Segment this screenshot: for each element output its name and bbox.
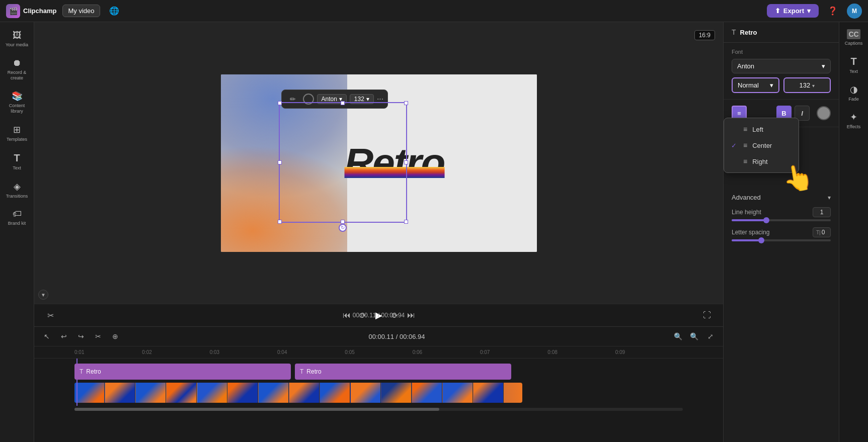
text-format-icon: T: [732, 28, 736, 36]
sidebar-item-text[interactable]: T Text: [2, 148, 32, 175]
timeline-time: 00:00.11 / 00:06.94: [368, 333, 425, 340]
text-clip-retro1[interactable]: T Retro: [74, 364, 291, 380]
font-style-value: Normal: [738, 81, 759, 89]
export-button[interactable]: ⬆ Export ▾: [767, 4, 819, 18]
canvas-container: Retro ✏ Anton ▾ 132: [221, 74, 537, 252]
right-panel-header: T Retro: [724, 22, 839, 43]
sidebar-item-content-library[interactable]: 📚 Content library: [2, 86, 32, 118]
time-mark-4: 0:05: [345, 349, 412, 355]
captions-button[interactable]: CC Captions: [841, 26, 866, 49]
advanced-section: Advanced ▾ Line height 1 Letter spacing: [724, 188, 839, 253]
size-chevron: ▾: [366, 96, 369, 103]
fullscreen-button[interactable]: ⛶: [699, 307, 715, 323]
fade-button[interactable]: ◑ Fade: [841, 81, 866, 105]
sidebar-item-brand-kit[interactable]: 🏷 Brand kit: [2, 205, 32, 230]
timeline-copy[interactable]: ⊕: [109, 330, 122, 343]
templates-icon: ⊞: [13, 124, 21, 135]
font-selector-toolbar[interactable]: Anton ▾: [317, 94, 347, 104]
scrollbar-thumb[interactable]: [74, 408, 439, 411]
video-thumb-10: [351, 383, 381, 403]
video-thumb-14: [474, 383, 504, 403]
sidebar-item-transitions[interactable]: ◈ Transitions: [2, 177, 32, 203]
skip-forward-button[interactable]: ⏭: [403, 307, 419, 323]
video-canvas[interactable]: Retro ✏ Anton ▾ 132: [221, 74, 537, 252]
timeline-scrollbar[interactable]: [74, 408, 683, 411]
time-separator: /: [378, 312, 379, 319]
zoom-controls: 🔍 🔍 ⤢: [672, 330, 717, 343]
canvas-area: 16:9 Retro: [34, 22, 723, 442]
sidebar-label-templates: Templates: [7, 137, 27, 142]
app-logo-icon: 🎬: [6, 4, 20, 18]
timeline: ↖ ↩ ↪ ✂ ⊕ 00:00.11 / 00:06.94 🔍 🔍 ⤢ 0:: [34, 326, 723, 442]
edit-text-button[interactable]: ✏: [286, 92, 300, 106]
retro-text-container: Retro: [344, 143, 444, 183]
clip-text-icon2: T: [300, 368, 303, 375]
sidebar-item-record-create[interactable]: ⏺ Record & create: [2, 54, 32, 85]
skip-back-button[interactable]: ⏮: [339, 307, 355, 323]
font-style-dropdown[interactable]: Normal ▾: [732, 77, 779, 93]
captions-label: Captions: [845, 41, 863, 46]
current-time: 00:00.11: [353, 312, 376, 319]
line-height-slider-track[interactable]: [732, 219, 831, 221]
main-area: 🖼 Your media ⏺ Record & create 📚 Content…: [0, 22, 868, 442]
timeline-pointer-tool[interactable]: ↖: [40, 330, 53, 343]
font-dropdown[interactable]: Anton ▾: [732, 59, 831, 73]
retro-text-wrapper: Retro: [344, 143, 444, 183]
time-mark-5: 0:06: [413, 349, 480, 355]
font-size-input[interactable]: 132 ▾: [783, 77, 831, 93]
record-create-icon: ⏺: [13, 58, 22, 68]
transport-bar: ⏮ ⟳ ▶ ⟳ ⏭ 00:00.11 / 00:06.94 ⛶ ✂: [34, 304, 723, 326]
font-chevron: ▾: [339, 96, 342, 103]
video-thumb-5: [197, 383, 227, 403]
text-color-picker[interactable]: [303, 94, 314, 105]
video-thumb-11: [381, 383, 412, 403]
left-label: Left: [752, 126, 763, 133]
left-sidebar: 🖼 Your media ⏺ Record & create 📚 Content…: [0, 22, 34, 442]
sidebar-item-templates[interactable]: ⊞ Templates: [2, 120, 32, 146]
clip-button[interactable]: ✂: [42, 307, 58, 323]
retro-stripe: [344, 167, 444, 178]
video-title[interactable]: My video: [62, 5, 100, 17]
font-style-row: Normal ▾ 132 ▾: [732, 77, 831, 93]
text-toolbar: ✏ Anton ▾ 132 ▾ ···: [281, 90, 388, 109]
font-size-toolbar[interactable]: 132 ▾: [350, 94, 374, 104]
timeline-cut[interactable]: ✂: [92, 330, 105, 343]
collapse-button[interactable]: ▼: [38, 290, 48, 300]
video-track-clip[interactable]: [74, 383, 522, 403]
time-mark-7: 0:08: [547, 349, 615, 355]
video-thumb-8: [289, 383, 320, 403]
letter-spacing-slider-fill: [732, 239, 761, 241]
timeline-redo[interactable]: ↪: [74, 330, 88, 343]
sidebar-item-your-media[interactable]: 🖼 Your media: [2, 26, 32, 52]
more-options-button[interactable]: ···: [377, 95, 383, 104]
zoom-out-button[interactable]: 🔍: [672, 330, 685, 343]
align-option-center[interactable]: ✓ ≡ Center: [724, 137, 799, 153]
line-height-slider-thumb[interactable]: [763, 217, 769, 223]
save-icon[interactable]: 🌐: [106, 3, 122, 19]
line-height-label-row: Line height 1: [732, 207, 831, 217]
zoom-fit-button[interactable]: ⤢: [704, 330, 717, 343]
sidebar-label-record-create: Record & create: [4, 70, 30, 81]
left-align-icon: ≡: [743, 125, 747, 133]
time-mark-8: 0:09: [615, 349, 683, 355]
effects-button[interactable]: ✦ Effects: [841, 109, 866, 132]
text-color-button[interactable]: [817, 106, 831, 120]
timeline-undo[interactable]: ↩: [57, 330, 70, 343]
help-icon[interactable]: ❓: [825, 3, 841, 19]
letter-spacing-slider-track[interactable]: [732, 239, 831, 241]
user-avatar[interactable]: M: [847, 4, 862, 19]
text-right-button[interactable]: T Text: [841, 53, 866, 77]
sidebar-label-text: Text: [13, 165, 21, 171]
advanced-header: Advanced ▾: [732, 194, 831, 201]
line-height-label: Line height: [732, 209, 761, 216]
letter-spacing-slider-thumb[interactable]: [758, 237, 764, 243]
zoom-in-button[interactable]: 🔍: [688, 330, 701, 343]
letter-spacing-input[interactable]: T| 0: [813, 227, 831, 237]
align-option-left[interactable]: ≡ Left: [724, 121, 799, 137]
line-height-row: Line height 1: [732, 207, 831, 221]
letter-spacing-row: Letter spacing T| 0: [732, 227, 831, 241]
text-clip-retro2[interactable]: T Retro: [295, 364, 511, 380]
line-height-input[interactable]: 1: [813, 207, 831, 217]
center-align-icon: ≡: [743, 141, 747, 149]
align-option-right[interactable]: ≡ Right: [724, 153, 799, 169]
